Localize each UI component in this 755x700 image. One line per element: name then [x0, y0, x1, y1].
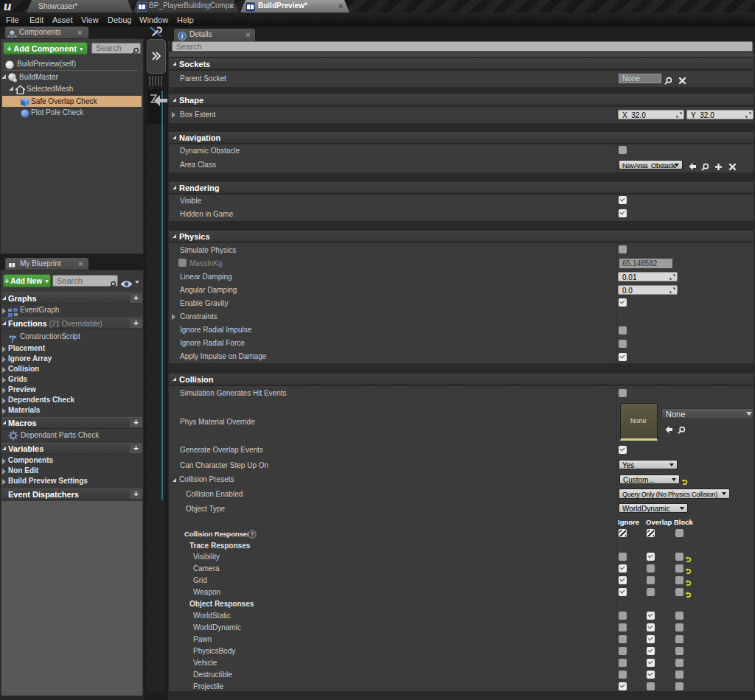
svg-text:f: f [12, 335, 15, 343]
svg-text:?: ? [250, 531, 254, 538]
